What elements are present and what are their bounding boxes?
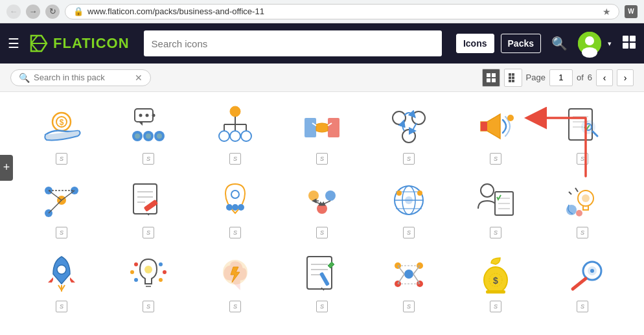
pack-search-right: Page of 6 ‹ › <box>482 69 634 87</box>
back-btn[interactable]: ← <box>6 5 21 19</box>
forward-btn[interactable]: → <box>26 5 40 19</box>
add-btn[interactable]: + <box>0 155 13 181</box>
svg-rect-10 <box>630 43 636 49</box>
list-item[interactable]: S <box>367 246 451 315</box>
extension-icon: W <box>625 5 638 18</box>
search-icon[interactable]: 🔍 <box>551 36 568 51</box>
logo-icon <box>29 33 49 54</box>
url-text: www.flaticon.com/packs/business-and-offi… <box>87 6 596 16</box>
icon-badge: S <box>229 227 241 238</box>
icon-badge: S <box>316 227 328 238</box>
pack-search-bar: 🔍 ✕ Page of 6 ‹ › <box>0 64 644 92</box>
svg-point-76 <box>238 204 244 211</box>
icon-badge: S <box>56 153 67 165</box>
search-input[interactable] <box>152 38 434 49</box>
icon-badge: S <box>403 301 415 312</box>
user-avatar[interactable] <box>578 32 601 55</box>
icon-badge: S <box>577 153 588 165</box>
svg-rect-20 <box>512 80 514 82</box>
hamburger-icon[interactable]: ☰ <box>8 36 19 51</box>
svg-line-123 <box>413 266 420 274</box>
svg-line-63 <box>49 191 62 200</box>
svg-point-26 <box>139 114 143 117</box>
svg-point-87 <box>417 191 422 196</box>
list-item[interactable]: S <box>106 98 190 167</box>
search-icon-small: 🔍 <box>19 73 30 83</box>
svg-point-41 <box>219 131 229 141</box>
user-dropdown-icon[interactable]: ▾ <box>608 40 612 48</box>
list-item[interactable]: S <box>367 98 451 167</box>
svg-point-135 <box>590 269 594 273</box>
list-item[interactable]: S <box>280 172 364 241</box>
list-item[interactable]: S <box>540 172 625 241</box>
icon-badge: S <box>490 301 501 312</box>
svg-rect-16 <box>509 76 511 79</box>
svg-rect-130 <box>486 290 505 294</box>
list-item[interactable]: S <box>540 98 625 167</box>
icon-badge: S <box>229 301 241 312</box>
svg-rect-45 <box>328 118 339 137</box>
list-item[interactable]: S <box>540 246 625 315</box>
icons-btn[interactable]: Icons <box>456 34 494 53</box>
packs-btn[interactable]: Packs <box>501 34 541 53</box>
next-page-btn[interactable]: › <box>617 69 634 86</box>
icon-badge: S <box>577 301 588 312</box>
svg-point-106 <box>159 262 163 266</box>
list-item[interactable]: S <box>193 172 277 241</box>
list-item[interactable]: $ S <box>19 98 104 167</box>
svg-point-47 <box>412 111 425 124</box>
svg-rect-13 <box>487 78 490 82</box>
list-item[interactable]: S <box>106 172 190 241</box>
svg-rect-9 <box>623 43 628 49</box>
main-search-bar[interactable] <box>144 30 442 56</box>
svg-line-125 <box>413 274 420 284</box>
icon-badge: S <box>316 301 328 312</box>
list-item[interactable]: S <box>193 98 277 167</box>
svg-point-42 <box>230 131 240 141</box>
icon-badge: S <box>56 301 67 312</box>
svg-point-78 <box>325 191 336 201</box>
pack-search-left: 🔍 ✕ <box>10 69 476 86</box>
svg-point-97 <box>57 265 66 274</box>
list-item[interactable]: S <box>454 98 538 167</box>
list-view-btn[interactable] <box>504 69 522 87</box>
prev-page-btn[interactable]: ‹ <box>596 69 613 86</box>
list-item[interactable]: S <box>106 246 190 315</box>
icon-badge: S <box>316 153 328 165</box>
main-nav: ☰ FLATICON Icons Packs 🔍 ▾ <box>0 23 644 64</box>
list-item[interactable]: S <box>280 246 364 315</box>
list-item[interactable]: S <box>19 246 104 315</box>
page-total: 6 <box>588 73 592 82</box>
grid-view-icon[interactable] <box>622 35 636 52</box>
list-item[interactable]: S <box>280 98 364 167</box>
svg-point-5 <box>585 36 594 45</box>
svg-rect-14 <box>492 78 496 82</box>
logo[interactable]: FLATICON <box>29 33 130 54</box>
clear-btn[interactable]: ✕ <box>135 73 143 83</box>
svg-point-107 <box>163 270 167 274</box>
icon-badge: S <box>229 153 241 165</box>
browser-bar: ← → ↻ 🔒 www.flaticon.com/packs/business-… <box>0 0 644 23</box>
list-item[interactable]: S <box>454 172 538 241</box>
svg-rect-15 <box>509 73 511 76</box>
grid-view-btn[interactable] <box>482 69 500 87</box>
icon-badge: S <box>577 227 588 238</box>
svg-point-51 <box>507 115 514 121</box>
icon-badge: S <box>56 227 67 238</box>
icon-badge: S <box>143 153 154 165</box>
list-item[interactable]: S <box>19 172 104 241</box>
pack-search-wrap[interactable]: 🔍 ✕ <box>10 69 151 86</box>
svg-point-35 <box>230 106 240 117</box>
svg-point-96 <box>576 210 582 216</box>
refresh-btn[interactable]: ↻ <box>45 5 60 19</box>
svg-point-109 <box>144 266 152 273</box>
svg-rect-50 <box>481 122 487 131</box>
svg-rect-24 <box>135 109 153 122</box>
list-item[interactable]: S <box>193 246 277 315</box>
page-input[interactable] <box>549 69 573 86</box>
list-item[interactable]: $ S <box>454 246 538 315</box>
list-item[interactable]: S <box>367 172 451 241</box>
svg-text:$: $ <box>493 275 498 286</box>
bookmark-icon[interactable]: ★ <box>603 6 611 17</box>
pack-search-input[interactable] <box>34 73 131 82</box>
